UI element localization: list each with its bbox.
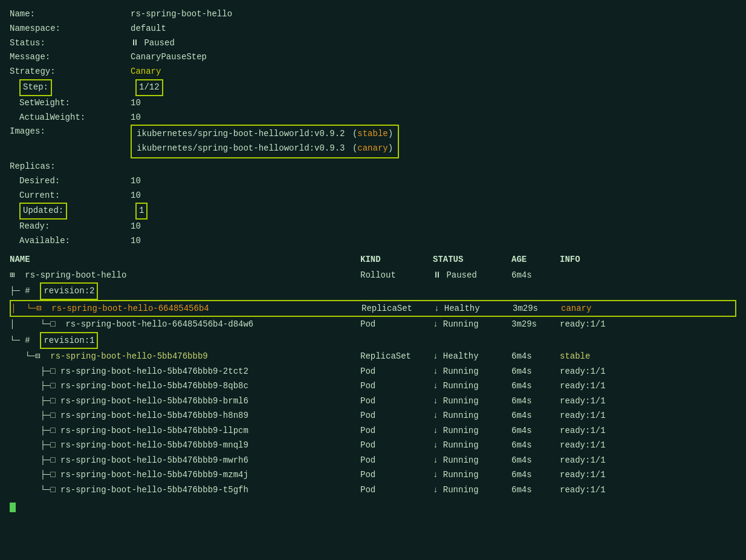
row-status: ↓ Running — [433, 408, 511, 423]
row-kind: Pod — [360, 394, 433, 409]
row-kind: Pod — [360, 483, 433, 498]
name-row: Name: rs-spring-boot-hello — [10, 7, 736, 22]
row-name: ├─□ rs-spring-boot-hello-5bb476bbb9-mnql… — [10, 438, 360, 453]
row-info: stable — [560, 349, 736, 364]
row-age: 6m4s — [511, 483, 560, 498]
table-row: └─ # revision:1 — [10, 332, 736, 350]
current-label: Current: — [10, 189, 131, 203]
row-status: ↓ Running — [433, 394, 511, 409]
table-row: ├─□ rs-spring-boot-hello-5bb476bbb9-mwrh… — [10, 453, 736, 468]
message-label: Message: — [10, 50, 131, 65]
row-age: 6m4s — [511, 364, 560, 379]
col-status: STATUS — [433, 255, 511, 264]
step-value-box: 1/12 — [135, 79, 163, 96]
row-status: ↓ Running — [433, 483, 511, 498]
images-value: ikubernetes/spring-boot-helloworld:v0.9.… — [131, 125, 399, 160]
updated-value: 1 — [135, 203, 148, 220]
status-row: Status: ⏸ Paused — [10, 36, 736, 51]
row-name: │ └─□ rs-spring-boot-hello-66485456b4-d8… — [10, 317, 360, 332]
desired-row: Desired: 10 — [10, 174, 736, 189]
row-info: ready:1/1 — [560, 317, 736, 332]
tree-section: NAME KIND STATUS AGE INFO ⊞ rs-spring-bo… — [10, 253, 736, 498]
row-info: canary — [561, 301, 735, 316]
table-row: │ └─□ rs-spring-boot-hello-66485456b4-d8… — [10, 317, 736, 332]
available-row: Available: 10 — [10, 234, 736, 249]
row-kind: Pod — [360, 317, 433, 332]
table-row: ├─□ rs-spring-boot-hello-5bb476bbb9-mnql… — [10, 438, 736, 453]
row-status: ↓ Running — [433, 364, 511, 379]
ready-value: 10 — [131, 220, 141, 234]
step-label: Step: — [10, 79, 131, 96]
row-name: ├─□ rs-spring-boot-hello-5bb476bbb9-llpc… — [10, 423, 360, 438]
message-value: CanaryPauseStep — [131, 50, 207, 65]
table-row: ├─□ rs-spring-boot-hello-5bb476bbb9-h8n8… — [10, 408, 736, 423]
row-status: ↓ Running — [433, 453, 511, 468]
row-age: 6m4s — [511, 268, 560, 283]
available-value: 10 — [131, 234, 141, 249]
status-value: ⏸ Paused — [131, 36, 175, 51]
desired-value: 10 — [131, 174, 141, 189]
row-info: ready:1/1 — [560, 483, 736, 498]
table-row: ⊞ rs-spring-boot-hello Rollout ⏸ Paused … — [10, 268, 736, 283]
row-info: ready:1/1 — [560, 453, 736, 468]
row-age: 6m4s — [511, 394, 560, 409]
namespace-row: Namespace: default — [10, 22, 736, 36]
setweight-label: SetWeight: — [10, 96, 131, 111]
name-label: Name: — [10, 7, 131, 22]
row-age: 6m4s — [511, 467, 560, 483]
row-info: ready:1/1 — [560, 379, 736, 394]
table-row: ├─□ rs-spring-boot-hello-5bb476bbb9-brml… — [10, 394, 736, 409]
row-age: 6m4s — [511, 349, 560, 364]
col-name: NAME — [10, 255, 360, 264]
row-info: ready:1/1 — [560, 394, 736, 409]
row-name: ├─□ rs-spring-boot-hello-5bb476bbb9-8qb8… — [10, 379, 360, 394]
updated-value-box: 1 — [135, 203, 148, 220]
col-info: INFO — [560, 255, 736, 264]
revision1-box: revision:1 — [40, 332, 98, 350]
row-status: ↓ Running — [433, 467, 511, 483]
strategy-value: Canary — [131, 65, 161, 79]
row-age: 3m29s — [511, 317, 560, 332]
row-status: ↓ Healthy — [434, 301, 513, 316]
current-row: Current: 10 — [10, 189, 736, 203]
table-row-canary: │ └─⊟ rs-spring-boot-hello-66485456b4 Re… — [10, 300, 736, 317]
row-status: ↓ Running — [433, 438, 511, 453]
actualweight-row: ActualWeight: 10 — [10, 111, 736, 125]
revision2-box: revision:2 — [40, 282, 98, 300]
step-highlight-box: Step: — [19, 79, 52, 96]
desired-label: Desired: — [10, 174, 131, 189]
image-canary-tag: (canary) — [352, 143, 393, 153]
images-highlight-box: ikubernetes/spring-boot-helloworld:v0.9.… — [131, 125, 399, 158]
row-name: ├─□ rs-spring-boot-hello-5bb476bbb9-mwrh… — [10, 453, 360, 468]
row-name: ├─□ rs-spring-boot-hello-5bb476bbb9-h8n8… — [10, 408, 360, 423]
row-kind: Pod — [360, 467, 433, 483]
row-age: 6m4s — [511, 423, 560, 438]
images-row: Images: ikubernetes/spring-boot-hellowor… — [10, 125, 736, 160]
row-status: ↓ Running — [433, 317, 511, 332]
row-info: ready:1/1 — [560, 423, 736, 438]
status-label: Status: — [10, 36, 131, 51]
table-row: ├─□ rs-spring-boot-hello-5bb476bbb9-2tct… — [10, 364, 736, 379]
row-status: ↓ Healthy — [433, 349, 511, 364]
row-age: 3m29s — [513, 301, 561, 316]
step-row: Step: 1/12 — [10, 79, 736, 96]
image-stable-name: ikubernetes/spring-boot-helloworld:v0.9.… — [137, 129, 345, 138]
setweight-row: SetWeight: 10 — [10, 96, 736, 111]
ready-row: Ready: 10 — [10, 220, 736, 234]
strategy-label: Strategy: — [10, 65, 131, 79]
row-name: └─□ rs-spring-boot-hello-5bb476bbb9-t5gf… — [10, 483, 360, 498]
row-kind: Pod — [360, 364, 433, 379]
row-status: ↓ Running — [433, 379, 511, 394]
updated-label: Updated: — [10, 203, 131, 220]
name-value: rs-spring-boot-hello — [131, 7, 232, 22]
actualweight-label: ActualWeight: — [10, 111, 131, 125]
row-name: ├─□ rs-spring-boot-hello-5bb476bbb9-2tct… — [10, 364, 360, 379]
col-kind: KIND — [360, 255, 433, 264]
row-age: 6m4s — [511, 438, 560, 453]
table-row: └─□ rs-spring-boot-hello-5bb476bbb9-t5gf… — [10, 483, 736, 498]
row-name: └─ # revision:1 — [10, 332, 360, 350]
terminal-cursor — [10, 503, 16, 512]
row-info: ready:1/1 — [560, 467, 736, 483]
row-info: ready:1/1 — [560, 408, 736, 423]
available-label: Available: — [10, 234, 131, 249]
